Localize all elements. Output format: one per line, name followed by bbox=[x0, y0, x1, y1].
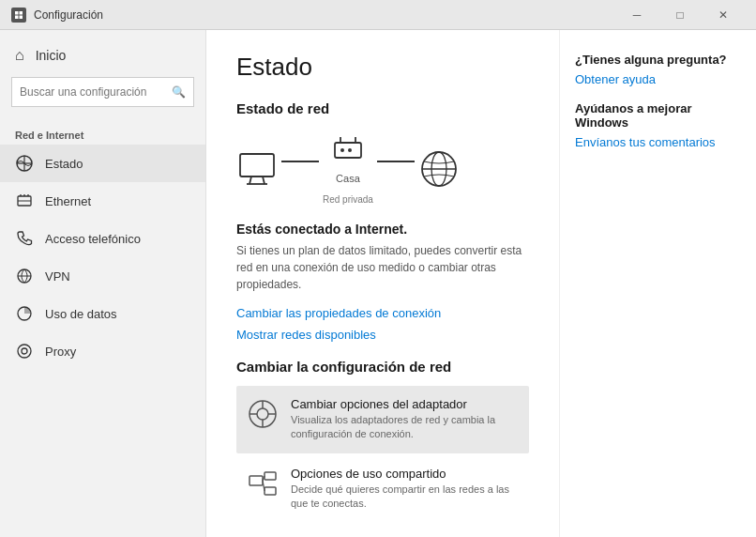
sidebar-item-label-estado: Estado bbox=[45, 157, 83, 171]
svg-point-23 bbox=[340, 148, 344, 152]
estado-icon bbox=[15, 154, 34, 173]
right-panel-help-link[interactable]: Obtener ayuda bbox=[575, 72, 741, 86]
app-icon bbox=[11, 8, 26, 23]
search-input[interactable] bbox=[20, 85, 172, 99]
phone-icon bbox=[15, 229, 34, 248]
adaptador-desc: Visualiza los adaptadores de red y cambi… bbox=[291, 413, 520, 442]
link-cambiar-propiedades[interactable]: Cambiar las propiedades de conexión bbox=[236, 306, 529, 320]
router-label-privada: Red privada bbox=[323, 190, 373, 207]
change-item-solucionador[interactable]: Solucionador de problemas de red Diagnos… bbox=[236, 525, 529, 537]
sidebar-search-box[interactable]: 🔍 bbox=[11, 77, 194, 107]
compartido-desc: Decide qué quieres compartir en las rede… bbox=[291, 483, 520, 512]
sidebar-item-estado[interactable]: Estado bbox=[0, 145, 205, 182]
link-mostrar-redes[interactable]: Mostrar redes disponibles bbox=[236, 328, 529, 342]
sidebar-item-label-uso: Uso de datos bbox=[45, 307, 117, 321]
svg-rect-34 bbox=[249, 476, 263, 485]
svg-rect-0 bbox=[15, 11, 19, 15]
sidebar-item-acceso[interactable]: Acceso telefónico bbox=[0, 220, 205, 257]
svg-point-15 bbox=[22, 348, 27, 354]
right-panel: ¿Tienes alguna pregunta? Obtener ayuda A… bbox=[559, 30, 756, 537]
compartido-text: Opciones de uso compartido Decide qué qu… bbox=[291, 467, 520, 512]
sidebar-section-title: Red e Internet bbox=[0, 122, 205, 145]
sidebar-home-label: Inicio bbox=[36, 48, 67, 63]
globe-icon bbox=[418, 148, 460, 190]
svg-rect-16 bbox=[240, 154, 274, 176]
sidebar-nav-top: ⌂ Inicio 🔍 bbox=[0, 30, 205, 122]
status-connected-text: Estás conectado a Internet. bbox=[236, 222, 529, 237]
compartido-icon bbox=[246, 467, 280, 500]
sidebar-item-proxy[interactable]: Proxy bbox=[0, 332, 205, 370]
sidebar-item-label-vpn: VPN bbox=[45, 269, 70, 284]
status-desc-text: Si tienes un plan de datos limitado, pue… bbox=[236, 242, 529, 293]
change-item-compartido[interactable]: Opciones de uso compartido Decide qué qu… bbox=[236, 455, 529, 523]
net-line-1 bbox=[281, 161, 319, 162]
titlebar-title: Configuración bbox=[34, 8, 615, 22]
svg-rect-1 bbox=[20, 11, 23, 15]
svg-point-14 bbox=[18, 345, 31, 358]
close-button[interactable]: ✕ bbox=[702, 0, 745, 30]
main-content: Estado Estado de red bbox=[206, 30, 559, 537]
sidebar-item-uso[interactable]: Uso de datos bbox=[0, 295, 205, 332]
right-panel-improve-title: Ayúdanos a mejorar Windows bbox=[575, 101, 741, 130]
svg-point-24 bbox=[348, 148, 352, 152]
change-item-adaptador[interactable]: Cambiar opciones del adaptador Visualiza… bbox=[236, 386, 529, 453]
router-label-casa: Casa bbox=[336, 169, 360, 186]
app-body: ⌂ Inicio 🔍 Red e Internet Estado bbox=[0, 30, 756, 537]
page-title: Estado bbox=[236, 53, 529, 82]
sidebar-item-label-ethernet: Ethernet bbox=[45, 194, 91, 208]
titlebar: Configuración ─ □ ✕ bbox=[0, 0, 756, 30]
sidebar-item-label-proxy: Proxy bbox=[45, 345, 76, 359]
svg-rect-3 bbox=[20, 15, 23, 19]
sidebar: ⌂ Inicio 🔍 Red e Internet Estado bbox=[0, 30, 206, 537]
network-section-title: Estado de red bbox=[236, 100, 529, 116]
adaptador-text: Cambiar opciones del adaptador Visualiza… bbox=[291, 397, 520, 442]
right-panel-feedback-link[interactable]: Envíanos tus comentarios bbox=[575, 135, 741, 149]
right-panel-question-title: ¿Tienes alguna pregunta? bbox=[575, 53, 741, 67]
net-node-internet bbox=[418, 148, 460, 190]
pc-icon bbox=[236, 152, 278, 186]
svg-rect-35 bbox=[265, 472, 276, 480]
svg-line-38 bbox=[263, 481, 265, 491]
sidebar-home[interactable]: ⌂ Inicio bbox=[0, 38, 205, 73]
ethernet-icon bbox=[15, 192, 34, 210]
sidebar-item-ethernet[interactable]: Ethernet bbox=[0, 182, 205, 220]
svg-rect-2 bbox=[15, 15, 19, 19]
adaptador-title: Cambiar opciones del adaptador bbox=[291, 397, 520, 411]
proxy-icon bbox=[15, 342, 34, 361]
svg-rect-36 bbox=[265, 487, 276, 495]
chart-icon bbox=[15, 304, 34, 323]
net-node-router: Casa Red privada bbox=[323, 131, 373, 207]
sidebar-item-label-acceso: Acceso telefónico bbox=[45, 232, 141, 246]
home-icon: ⌂ bbox=[15, 47, 24, 64]
sidebar-item-vpn[interactable]: VPN bbox=[0, 257, 205, 295]
network-diagram: Casa Red privada bbox=[236, 131, 529, 207]
svg-line-18 bbox=[263, 176, 265, 184]
minimize-button[interactable]: ─ bbox=[615, 0, 658, 30]
router-icon bbox=[331, 131, 365, 165]
vpn-icon bbox=[15, 267, 34, 285]
change-section-title: Cambiar la configuración de red bbox=[236, 359, 529, 375]
net-node-pc bbox=[236, 152, 278, 186]
svg-line-17 bbox=[249, 176, 251, 184]
maximize-button[interactable]: □ bbox=[658, 0, 702, 30]
adaptador-icon bbox=[246, 397, 280, 431]
window-controls: ─ □ ✕ bbox=[615, 0, 745, 30]
svg-point-29 bbox=[257, 408, 268, 420]
net-line-2 bbox=[377, 161, 415, 162]
search-icon: 🔍 bbox=[172, 85, 186, 99]
compartido-title: Opciones de uso compartido bbox=[291, 467, 520, 481]
